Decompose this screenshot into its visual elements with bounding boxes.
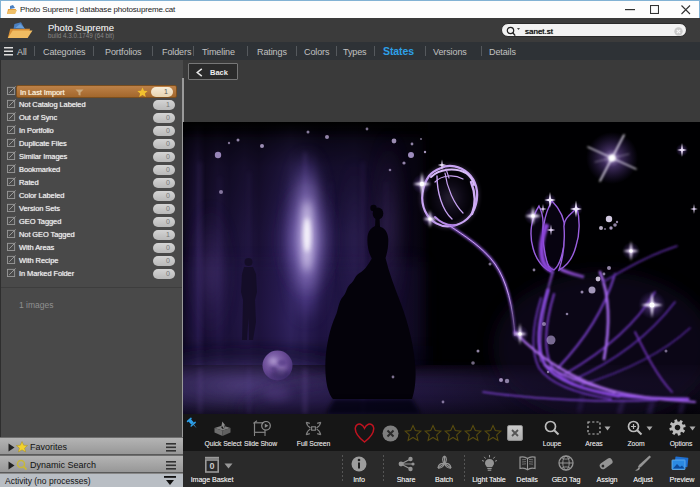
svg-text:0: 0	[209, 461, 214, 471]
